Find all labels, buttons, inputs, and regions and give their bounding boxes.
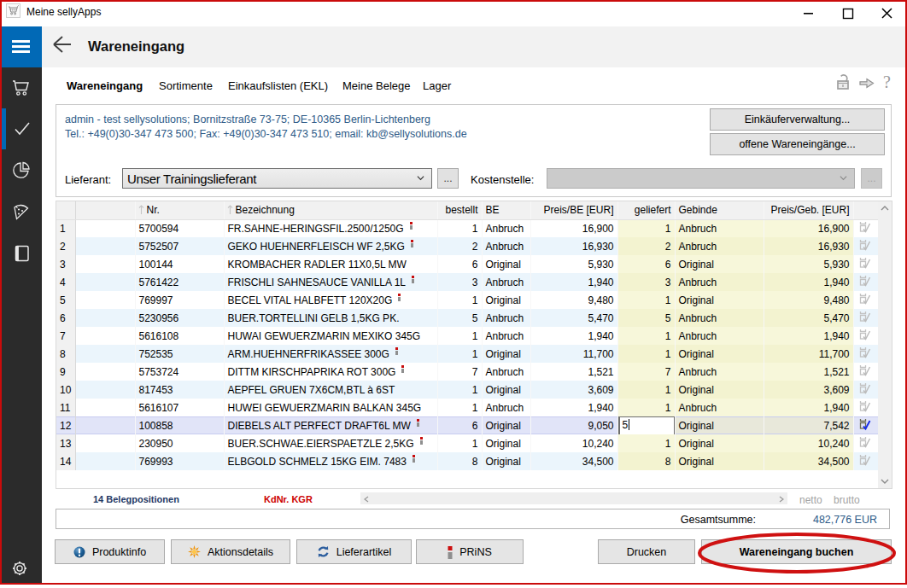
svg-text:?: ? — [883, 73, 891, 90]
